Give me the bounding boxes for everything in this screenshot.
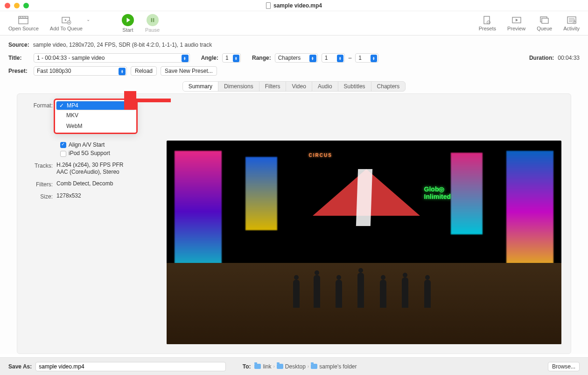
svg-marker-6 (65, 19, 67, 21)
presets-icon (482, 15, 493, 25)
folder-icon (254, 364, 261, 369)
title-select[interactable]: 1 - 00:04:33 - sample video ▴▾ (34, 53, 190, 63)
size-value: 1278x532 (56, 192, 140, 199)
queue-button[interactable]: Queue (531, 11, 558, 35)
window-title: sample video.mp4 (266, 2, 322, 9)
queue-icon (539, 15, 550, 25)
save-preset-button[interactable]: Save New Preset... (161, 66, 217, 76)
range-mode-select[interactable]: Chapters ▴▾ (275, 53, 318, 63)
svg-rect-18 (542, 18, 548, 23)
annotation-arrow (124, 91, 175, 110)
align-av-label: Align A/V Start (69, 142, 105, 148)
svg-rect-11 (153, 18, 154, 21)
breadcrumb-part: link (263, 363, 271, 370)
browse-button[interactable]: Browse... (548, 362, 580, 371)
angle-value: 1 (225, 55, 229, 61)
svg-rect-0 (19, 18, 28, 24)
toolbar: Open Source ⌄ Add To Queue Start Pause P… (0, 11, 588, 35)
activity-label: Activity (563, 26, 580, 31)
save-as-label: Save As: (8, 363, 32, 370)
angle-label: Angle: (201, 55, 218, 61)
duration-label: Duration: (529, 55, 554, 61)
format-option-webm[interactable]: WebM (56, 121, 135, 132)
format-option-mkv[interactable]: MKV (56, 110, 135, 121)
source-label: Source: (8, 42, 29, 48)
activity-icon: i (566, 15, 577, 25)
save-preset-label: Save New Preset... (165, 68, 213, 74)
tracks-label: Tracks: (28, 162, 56, 169)
range-from-select[interactable]: 1 ▴▾ (322, 53, 345, 63)
stepper-icon: ▴▾ (119, 68, 126, 75)
queue-label: Queue (537, 26, 552, 31)
pause-label: Pause (145, 27, 160, 33)
window-title-text: sample video.mp4 (273, 2, 322, 9)
tab-filters[interactable]: Filters (259, 82, 287, 91)
align-av-checkbox[interactable]: Align A/V Start (60, 142, 140, 148)
stepper-icon: ▴▾ (337, 55, 343, 62)
to-label: To: (243, 363, 251, 370)
duration-value: 00:04:33 (558, 55, 580, 61)
range-label: Range: (252, 55, 271, 61)
svg-point-14 (489, 22, 490, 23)
filters-label: Filters: (28, 180, 56, 188)
info-area: Source: sample video, 1280x720, 24 FPS, … (0, 35, 588, 354)
folder-icon (277, 364, 283, 369)
save-as-input[interactable] (35, 362, 225, 371)
preset-select[interactable]: Fast 1080p30 ▴▾ (34, 66, 127, 76)
preset-label: Preset: (8, 68, 30, 74)
title-value: 1 - 00:04:33 - sample video (37, 55, 105, 61)
stepper-icon: ▴▾ (309, 55, 316, 62)
range-mode-value: Chapters (278, 55, 301, 61)
pause-icon (147, 14, 159, 26)
open-source-button[interactable]: Open Source (3, 11, 44, 35)
size-label: Size: (28, 192, 56, 200)
add-to-queue-button[interactable]: ⌄ Add To Queue (44, 11, 88, 35)
close-button[interactable] (5, 3, 10, 8)
start-button[interactable]: Start (116, 11, 140, 35)
angle-select[interactable]: 1 ▴▾ (222, 53, 241, 63)
title-label: Title: (8, 55, 30, 61)
breadcrumb-part: sample's folder (319, 363, 357, 370)
range-to-select[interactable]: 1 ▴▾ (355, 53, 378, 63)
range-to-value: 1 (358, 55, 362, 61)
range-separator: – (349, 55, 352, 61)
tab-audio[interactable]: Audio (312, 82, 338, 91)
preset-value: Fast 1080p30 (37, 68, 71, 74)
folder-icon (311, 364, 317, 369)
destination-breadcrumb[interactable]: link›Desktop›sample's folder (254, 363, 357, 370)
traffic-lights (0, 3, 29, 8)
svg-marker-16 (516, 19, 518, 21)
stepper-icon: ▴▾ (233, 55, 239, 62)
add-to-queue-label: Add To Queue (50, 26, 83, 31)
ipod-checkbox[interactable]: iPod 5G Support (60, 150, 140, 156)
open-source-label: Open Source (8, 26, 39, 31)
svg-rect-10 (151, 18, 152, 21)
format-option-mp4[interactable]: MP4 (56, 101, 135, 110)
add-queue-icon (61, 15, 72, 25)
presets-button[interactable]: Presets (473, 11, 502, 35)
activity-button[interactable]: i Activity (558, 11, 585, 35)
svg-text:i: i (574, 18, 575, 25)
source-value: sample video, 1280x720, 24 FPS, SDR (8-b… (33, 42, 212, 48)
breadcrumb-part: Desktop (285, 363, 306, 370)
tab-strip: SummaryDimensionsFiltersVideoAudioSubtit… (8, 78, 580, 92)
zoom-button[interactable] (23, 3, 29, 8)
stepper-icon: ▴▾ (371, 55, 377, 62)
preview-button[interactable]: Preview (502, 11, 531, 35)
preview-icon (511, 15, 522, 25)
video-preview: CIRCUS Glob◎Inlimited (167, 141, 561, 344)
document-icon (266, 2, 271, 9)
tab-dimensions[interactable]: Dimensions (218, 82, 259, 91)
summary-panel: Format: MP4MKVWebM Align A/V Start iPod … (17, 93, 571, 354)
tab-video[interactable]: Video (286, 82, 312, 91)
checkbox-icon (60, 151, 66, 157)
tabs: SummaryDimensionsFiltersVideoAudioSubtit… (182, 81, 406, 92)
tab-summary[interactable]: Summary (183, 82, 218, 91)
tab-chapters[interactable]: Chapters (371, 82, 406, 91)
chevron-down-icon[interactable]: ⌄ (86, 17, 90, 22)
reload-button[interactable]: Reload (131, 66, 157, 76)
window-titlebar: sample video.mp4 (0, 0, 588, 11)
minimize-button[interactable] (14, 3, 20, 8)
tab-subtitles[interactable]: Subtitles (338, 82, 371, 91)
clapperboard-icon (18, 15, 29, 25)
